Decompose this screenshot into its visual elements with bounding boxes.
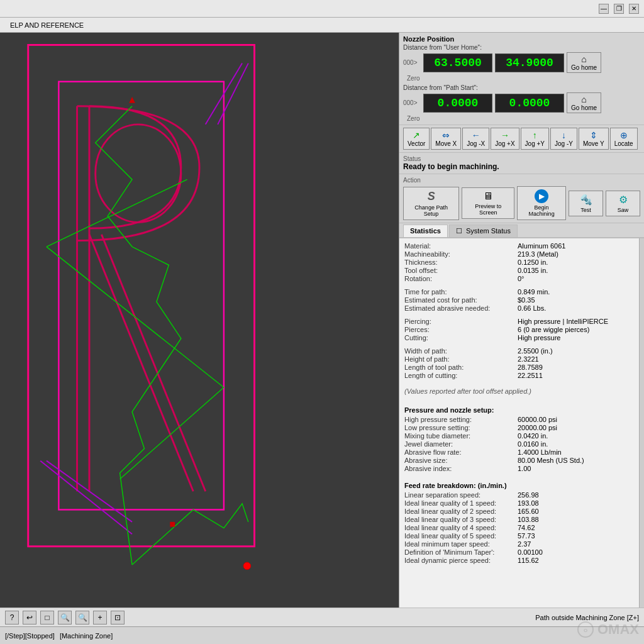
stat-pierces-val: 6 (0 are wiggle pierces): [518, 326, 634, 333]
tab-system-status[interactable]: ☐ System Status: [449, 225, 518, 237]
svg-rect-11: [170, 522, 175, 527]
move-x-label: Move X: [435, 140, 457, 147]
test-label: Test: [580, 207, 591, 213]
nozzle-section: Nozzle Position Distance from "User Home…: [399, 33, 644, 125]
stat-mixing-tube-key: Mixing tube diameter:: [404, 432, 518, 440]
go-home-button-2[interactable]: ⌂ Go home: [567, 92, 601, 113]
svg-rect-1: [58, 82, 224, 510]
stat-q3-key: Ideal linear quality of 3 speed:: [404, 516, 518, 523]
saw-button[interactable]: ⚙ Saw: [606, 191, 640, 216]
stat-abrasive-size-val: 80.00 Mesh (US Std.): [518, 457, 634, 464]
stat-pierces-key: Pierces:: [404, 326, 518, 333]
menu-item-help[interactable]: ELP AND REFERENCE: [5, 20, 89, 30]
stat-q2-key: Ideal linear quality of 2 speed:: [404, 508, 518, 515]
stat-piercing-key: Piercing:: [404, 318, 518, 325]
jog-minus-x-button[interactable]: ← Jog -X: [462, 128, 489, 150]
toolbar-grid-button[interactable]: ⊡: [111, 611, 125, 625]
stat-q2: Ideal linear quality of 2 speed: 165.60: [404, 508, 634, 515]
title-bar: — ❐ ✕: [0, 0, 644, 18]
vector-button[interactable]: ↗ Vector: [403, 128, 430, 150]
toolbar-zoom-in-button[interactable]: 🔍: [58, 611, 72, 625]
svg-line-7: [47, 179, 187, 247]
locate-button[interactable]: ⊕ Locate: [610, 128, 638, 150]
move-y-label: Move Y: [583, 140, 604, 147]
stat-machineability-val: 219.3 (Metal): [518, 250, 634, 258]
toolbar-plus-button[interactable]: +: [93, 611, 107, 625]
stat-flow-rate-key: Abrasive flow rate:: [404, 448, 518, 456]
stat-high-pressure-key: High pressure setting:: [404, 416, 518, 423]
saw-label: Saw: [618, 207, 629, 213]
stat-dynamic-pierce: Ideal dynamic pierce speed: 115.62: [404, 557, 634, 564]
nozzle-home-row: 000> 63.5000 34.9000 ⌂ Go home: [403, 52, 640, 73]
bottom-status-bar: [/Step][Stopped] [Machining Zone]: [0, 626, 644, 644]
change-path-setup-button[interactable]: S Change Path Setup: [403, 187, 459, 220]
jog-plus-x-button[interactable]: → Jog +X: [491, 128, 519, 150]
stats-scrollbar[interactable]: [639, 238, 644, 608]
stat-low-pressure: Low pressure setting: 20000.00 psi: [404, 424, 634, 431]
stat-abrasive: Estimated abrasive needed: 0.66 Lbs.: [404, 304, 634, 312]
stat-min-taper-val: 2.37: [518, 540, 634, 548]
nozzle-subtitle-home: Distance from "User Home":: [403, 44, 640, 51]
bottom-toolbar: ? ↩ □ 🔍 🔍 + ⊡ Path outside Machining Zon…: [0, 608, 644, 626]
close-button[interactable]: ✕: [629, 4, 639, 14]
go-home-label-1: Go home: [571, 64, 597, 71]
stat-mixing-tube: Mixing tube diameter: 0.0420 in.: [404, 432, 634, 440]
nozzle-path-row: 000> 0.0000 0.0000 ⌂ Go home: [403, 92, 640, 113]
stat-q5-val: 57.73: [518, 532, 634, 540]
pressure-section-title: Pressure and nozzle setup:: [404, 406, 634, 414]
nozzle-000-label-1: 000>: [403, 59, 421, 66]
move-x-button[interactable]: ⇔ Move X: [431, 128, 461, 150]
stat-def-min-taper: Definition of 'Minimum Taper': 0.00100: [404, 548, 634, 556]
jog-minus-y-icon: ↓: [562, 130, 566, 140]
locate-icon: ⊕: [620, 130, 628, 140]
stat-cutting-key: Cutting:: [404, 334, 518, 341]
minimize-button[interactable]: —: [599, 4, 609, 14]
jog-plus-y-label: Jog +Y: [525, 140, 545, 147]
stat-abrasive-key: Estimated abrasive needed:: [404, 304, 518, 312]
action-section: Action S Change Path Setup 🖥 Preview to …: [399, 174, 644, 223]
svg-line-9: [120, 387, 224, 479]
go-home-icon-1: ⌂: [581, 54, 586, 64]
menu-bar: ELP AND REFERENCE: [0, 18, 644, 33]
stat-width-val: 2.5500 (in.): [518, 347, 634, 355]
stat-machineability: Machineability: 219.3 (Metal): [404, 250, 634, 258]
test-icon: 🔩: [580, 194, 592, 206]
toolbar-back-button[interactable]: ↩: [23, 611, 36, 625]
stat-time-key: Time for path:: [404, 288, 518, 296]
help-icon: ?: [10, 613, 14, 622]
stat-pierces: Pierces: 6 (0 are wiggle pierces): [404, 326, 634, 333]
stat-height-val: 2.3221: [518, 355, 634, 363]
jog-plus-y-button[interactable]: ↑ Jog +Y: [521, 128, 549, 150]
toolbar-help-button[interactable]: ?: [5, 611, 19, 625]
begin-machining-button[interactable]: ▶ Begin Machining: [517, 186, 566, 220]
saw-icon: ⚙: [619, 194, 628, 206]
go-home-button-1[interactable]: ⌂ Go home: [567, 52, 601, 73]
jog-minus-y-button[interactable]: ↓ Jog -Y: [550, 128, 577, 150]
test-button[interactable]: 🔩 Test: [569, 191, 603, 216]
stat-high-pressure: High pressure setting: 60000.00 psi: [404, 416, 634, 423]
go-home-icon-2: ⌂: [581, 94, 586, 104]
stat-height: Height of path: 2.3221: [404, 355, 634, 363]
stat-thickness-val: 0.1250 in.: [518, 258, 634, 266]
stat-q2-val: 165.60: [518, 508, 634, 515]
stat-abrasive-size-key: Abrasive size:: [404, 457, 518, 464]
tab-statistics[interactable]: Statistics: [403, 225, 448, 237]
preview-screen-button[interactable]: 🖥 Preview to Screen: [462, 187, 514, 219]
canvas-area[interactable]: [0, 33, 399, 608]
stats-panel[interactable]: Material: Aluminum 6061 Machineability: …: [399, 238, 639, 608]
stat-piercing: Piercing: High pressure | IntelliPIERCE: [404, 318, 634, 325]
svg-line-6: [101, 235, 205, 491]
nozzle-y-home: 34.9000: [495, 53, 564, 72]
stat-def-min-taper-key: Definition of 'Minimum Taper':: [404, 548, 518, 556]
restore-button[interactable]: ❐: [614, 4, 624, 14]
nozzle-subtitle-path: Distance from "Path Start":: [403, 84, 640, 91]
status-section: Status Ready to begin machining.: [399, 153, 644, 174]
status-text: Ready to begin machining.: [403, 162, 640, 171]
title-bar-buttons: — ❐ ✕: [599, 4, 639, 14]
stat-cutting: Cutting: High pressure: [404, 334, 634, 341]
toolbar-square-button[interactable]: □: [40, 611, 54, 625]
stat-abrasive-size: Abrasive size: 80.00 Mesh (US Std.): [404, 457, 634, 464]
toolbar-zoom-out-button[interactable]: 🔍: [75, 611, 89, 625]
stat-low-pressure-val: 20000.00 psi: [518, 424, 634, 431]
move-y-button[interactable]: ⇕ Move Y: [579, 128, 609, 150]
